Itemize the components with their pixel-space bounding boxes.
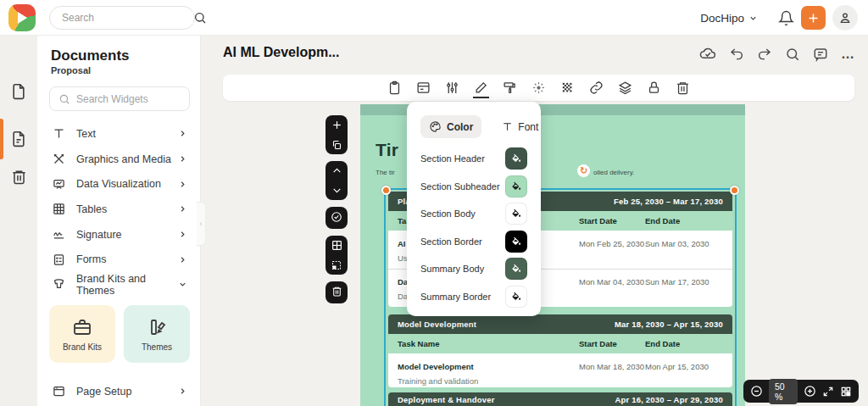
widget-search-input[interactable] [76, 93, 170, 105]
fullscreen-button[interactable] [822, 386, 834, 398]
clipboard-icon[interactable] [387, 81, 402, 95]
duplicate-button[interactable] [326, 135, 348, 154]
link-icon[interactable] [589, 81, 604, 95]
add-widget-button[interactable] [326, 115, 348, 135]
color-swatch-button[interactable] [505, 258, 527, 280]
notifications-bell-icon[interactable] [778, 10, 794, 26]
page-subtitle-left[interactable]: The tir [376, 169, 395, 176]
move-down-button[interactable] [326, 181, 348, 200]
section-2-body[interactable]: Model Development Training and validatio… [388, 353, 732, 387]
brand-shield-icon [53, 278, 65, 291]
sidebar-item-label: Signature [76, 229, 178, 241]
brand-menu-label: DocHipo [700, 12, 744, 25]
section-3-header[interactable]: Deployment & Handover Apr 16, 2030 – Apr… [388, 392, 732, 406]
widget-search[interactable] [49, 86, 190, 111]
chevron-right-icon [178, 255, 187, 264]
rail-trash[interactable] [0, 158, 37, 195]
themes-card-label: Themes [142, 342, 172, 352]
style-row-label: Section Header [420, 153, 485, 164]
edit-pencil-icon[interactable] [474, 81, 488, 95]
task-name: Model Development [398, 362, 474, 371]
zoom-out-button[interactable] [750, 385, 763, 398]
table-grid-button[interactable] [326, 236, 348, 255]
left-icon-rail [0, 36, 37, 406]
global-search-input[interactable] [62, 12, 193, 24]
selection-handle-topleft[interactable] [381, 186, 391, 195]
themes-card[interactable]: Themes [124, 305, 190, 363]
logo-play-icon [18, 12, 27, 24]
create-new-button[interactable] [801, 6, 826, 30]
brand-kits-card[interactable]: Brand Kits [49, 305, 115, 363]
tab-font[interactable]: Font [493, 116, 547, 138]
section-2-header[interactable]: Model Development Mar 18, 2030 – Apr 15,… [388, 314, 732, 334]
delete-group [326, 281, 348, 303]
style-row-section-border: Section Border [420, 231, 527, 253]
plus-icon [807, 12, 820, 25]
color-swatch-button[interactable] [505, 203, 527, 225]
sidebar-item-data-visualization[interactable]: Data Visualization [37, 171, 201, 197]
person-icon [838, 11, 852, 25]
style-row-section-subheader: Section Subheader [420, 175, 527, 197]
comment-icon[interactable] [813, 47, 828, 62]
selection-handle-topright[interactable] [730, 186, 739, 195]
user-avatar[interactable] [832, 5, 858, 31]
minus-circle-icon [750, 385, 763, 398]
style-row-label: Summary Border [420, 292, 491, 302]
document-title[interactable]: AI ML Developm... [223, 45, 340, 60]
table-row[interactable]: Model Development Training and validatio… [388, 353, 732, 387]
plus-circle-icon [804, 385, 816, 398]
color-swatch-button[interactable] [505, 231, 527, 253]
palette-icon [429, 120, 442, 133]
sidebar-item-graphics-media[interactable]: Graphics and Media [37, 147, 201, 172]
sidebar-collapse-handle[interactable]: ‹ [197, 202, 206, 246]
color-swatch-button[interactable] [505, 175, 527, 197]
tab-color[interactable]: Color [420, 115, 481, 138]
sidebar-item-forms[interactable]: Forms [37, 247, 201, 272]
rail-pages[interactable] [0, 120, 37, 158]
lock-icon[interactable] [647, 81, 661, 95]
task-desc: Us [398, 253, 408, 263]
sidebar-item-page-setup[interactable]: Page Setup [37, 379, 201, 404]
table-settings-icon[interactable] [416, 81, 431, 95]
style-row-section-body: Section Body [420, 203, 527, 225]
grid-icon [331, 240, 342, 251]
page-subtitle-right[interactable]: olled delivery. [593, 169, 634, 176]
pages-grid-button[interactable] [840, 386, 852, 398]
copy-icon [331, 140, 342, 150]
dochipo-logo[interactable] [8, 4, 36, 31]
undo-icon[interactable] [729, 47, 744, 62]
brand-menu[interactable]: DocHipo [700, 12, 758, 25]
zoom-in-button[interactable] [804, 385, 816, 398]
rail-documents[interactable] [0, 73, 37, 110]
brand-theme-cards: Brand Kits Themes [49, 305, 190, 363]
pattern-texture-icon[interactable] [560, 81, 575, 95]
sliders-icon[interactable] [445, 81, 459, 95]
chevron-down-icon [331, 185, 342, 196]
sidebar-item-tables[interactable]: Tables [37, 197, 201, 222]
delete-widget-button[interactable] [326, 281, 348, 301]
move-up-button[interactable] [326, 161, 348, 181]
sidebar-item-signature[interactable]: Signature [37, 222, 201, 247]
color-swatch-button[interactable] [505, 147, 527, 170]
more-options-icon[interactable]: … [841, 50, 856, 58]
search-document-icon[interactable] [785, 47, 800, 62]
effects-sparkle-icon[interactable] [531, 81, 546, 95]
layers-icon[interactable] [618, 81, 632, 95]
task-end: Mon Apr 15, 2030 [645, 362, 709, 371]
theme-tools-icon [147, 317, 167, 337]
color-swatch-button[interactable] [505, 286, 527, 308]
zoom-level[interactable]: 50 % [769, 379, 798, 404]
select-cells-button[interactable] [326, 255, 348, 275]
check-circle-button[interactable] [326, 207, 348, 226]
page-heading[interactable]: Tir [376, 140, 398, 160]
sidebar-item-text[interactable]: Text [37, 121, 201, 147]
global-search[interactable] [49, 6, 195, 30]
paint-roller-icon[interactable] [503, 81, 517, 95]
signature-icon [53, 228, 65, 241]
check-circle-icon [331, 211, 342, 223]
section-2-columns[interactable]: Task Name Start Date End Date [388, 334, 732, 353]
trash-icon[interactable] [676, 81, 690, 95]
redo-icon[interactable] [757, 47, 772, 62]
sidebar-item-brand-kits-themes[interactable]: Brand Kits and Themes [37, 272, 201, 298]
text-icon [53, 127, 65, 140]
